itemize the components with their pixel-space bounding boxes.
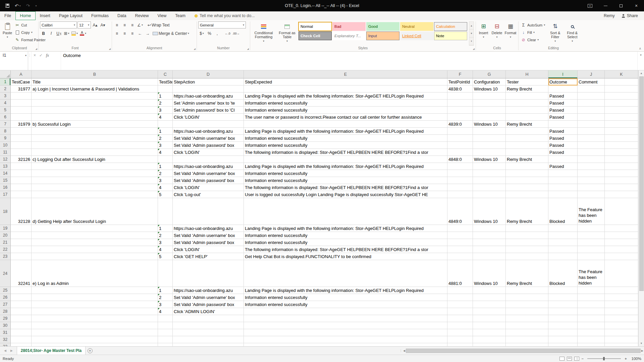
cell-H29[interactable]: [506, 315, 548, 322]
cell-B27[interactable]: [32, 301, 158, 308]
row-header-8[interactable]: 8: [0, 128, 11, 135]
decrease-indent-button[interactable]: ←: [137, 30, 144, 37]
cell-C32[interactable]: [158, 336, 173, 343]
top-align-button[interactable]: ≡: [113, 21, 120, 28]
clear-button[interactable]: ⊘Clear▾: [520, 36, 546, 43]
row-header-7[interactable]: 7: [0, 121, 11, 128]
cell-F13[interactable]: [447, 163, 473, 170]
cell-E15[interactable]: Information entered successfully: [244, 177, 447, 184]
customize-qat-button[interactable]: ▾: [35, 4, 37, 7]
cell-E21[interactable]: Information entered successfully: [244, 239, 447, 246]
cell-H31[interactable]: [506, 329, 548, 336]
cell-G24[interactable]: Windows 10: [473, 260, 506, 287]
cell-D33[interactable]: [173, 343, 244, 346]
cell-I22[interactable]: [548, 246, 578, 253]
cell-G11[interactable]: [473, 149, 506, 156]
zoom-in-button[interactable]: +: [625, 357, 627, 361]
cell-K10[interactable]: [605, 142, 638, 149]
save-icon[interactable]: [5, 4, 9, 8]
cell-style-neutral[interactable]: Neutral: [400, 22, 433, 31]
cell-B15[interactable]: [32, 177, 158, 184]
font-size-combo[interactable]: 12▾: [77, 21, 91, 28]
cell-C1[interactable]: TestStep: [158, 78, 173, 85]
cell-B13[interactable]: [32, 163, 158, 170]
row-header-21[interactable]: 21: [0, 239, 11, 246]
cell-K4[interactable]: [605, 100, 638, 107]
row-header-23[interactable]: 23: [0, 253, 11, 260]
cell-D3[interactable]: https://sao-uat-onboarding.azu: [173, 93, 244, 100]
tab-view[interactable]: View: [153, 11, 171, 20]
borders-button[interactable]: ⊞▾: [63, 30, 70, 37]
cell-J24[interactable]: The Feature has been hidden: [578, 260, 605, 287]
cell-F1[interactable]: TestPointId: [447, 78, 473, 85]
format-cells-button[interactable]: ▦Format▾: [504, 21, 517, 46]
cell-K16[interactable]: [605, 184, 638, 191]
row-header-2[interactable]: 2: [0, 85, 11, 93]
cell-E7[interactable]: [244, 121, 447, 128]
font-color-button[interactable]: A▾: [79, 30, 87, 37]
horizontal-scrollbar[interactable]: ◀ ▶: [402, 347, 644, 355]
cell-F11[interactable]: [447, 149, 473, 156]
cell-J29[interactable]: [578, 315, 605, 322]
insert-function-icon[interactable]: fx: [46, 53, 49, 58]
cell-I19[interactable]: [548, 225, 578, 232]
cell-K13[interactable]: [605, 163, 638, 170]
cell-C12[interactable]: [158, 156, 173, 163]
cell-E9[interactable]: Information entered successfully: [244, 135, 447, 142]
cell-A2[interactable]: 31977: [11, 85, 32, 93]
align-left-button[interactable]: ≡: [113, 30, 120, 37]
gallery-scroll-up[interactable]: ▲: [469, 22, 474, 29]
cell-G3[interactable]: [473, 93, 506, 100]
vertical-scrollbar[interactable]: ▲ ▼: [638, 70, 644, 346]
ribbon-display-options-button[interactable]: ∧: [582, 0, 598, 11]
row-header-16[interactable]: 16: [0, 184, 11, 191]
cell-B4[interactable]: [32, 100, 158, 107]
cell-J20[interactable]: [578, 232, 605, 239]
cell-D9[interactable]: Set Valid 'Admin username' box: [173, 135, 244, 142]
cell-F17[interactable]: [447, 191, 473, 198]
underline-button[interactable]: U▾: [55, 30, 62, 37]
cell-C8[interactable]: 1: [158, 128, 173, 135]
cell-C31[interactable]: [158, 329, 173, 336]
cell-A13[interactable]: [11, 163, 32, 170]
cell-F3[interactable]: [447, 93, 473, 100]
cell-B2[interactable]: a) Login | Incorrect Username & Password…: [32, 85, 158, 93]
row-header-30[interactable]: 30: [0, 322, 11, 329]
cell-F22[interactable]: [447, 246, 473, 253]
cell-F16[interactable]: [447, 184, 473, 191]
cell-D16[interactable]: Click 'LOGIN': [173, 184, 244, 191]
cell-A19[interactable]: [11, 225, 32, 232]
cell-K23[interactable]: [605, 253, 638, 260]
cell-F12[interactable]: 4848:0: [447, 156, 473, 163]
cell-B1[interactable]: Title: [32, 78, 158, 85]
cell-F5[interactable]: [447, 107, 473, 114]
cell-G16[interactable]: [473, 184, 506, 191]
cell-C14[interactable]: 2: [158, 170, 173, 177]
cell-J15[interactable]: [578, 177, 605, 184]
autosum-button[interactable]: ΣAutoSum▾: [520, 21, 546, 28]
cell-F19[interactable]: [447, 225, 473, 232]
row-header-32[interactable]: 32: [0, 336, 11, 343]
center-button[interactable]: ≡: [121, 30, 128, 37]
cell-B11[interactable]: [32, 149, 158, 156]
cell-E16[interactable]: The following information is displayed: …: [244, 184, 447, 191]
cell-I24[interactable]: Blocked: [548, 260, 578, 287]
cell-E26[interactable]: Information entered successfully: [244, 294, 447, 301]
cell-B32[interactable]: [32, 336, 158, 343]
cell-H33[interactable]: [506, 343, 548, 346]
cell-E33[interactable]: [244, 343, 447, 346]
cell-I12[interactable]: [548, 156, 578, 163]
cell-I28[interactable]: [548, 308, 578, 315]
cell-K6[interactable]: [605, 114, 638, 121]
cell-I3[interactable]: Passed: [548, 93, 578, 100]
comma-style-button[interactable]: ,: [214, 30, 221, 37]
cell-G29[interactable]: [473, 315, 506, 322]
cell-D22[interactable]: Click 'LOGIN': [173, 246, 244, 253]
row-header-1[interactable]: 1: [0, 78, 11, 85]
cell-J8[interactable]: [578, 128, 605, 135]
cell-I32[interactable]: [548, 336, 578, 343]
cell-F33[interactable]: [447, 343, 473, 346]
cell-F31[interactable]: [447, 329, 473, 336]
cancel-icon[interactable]: ×: [34, 53, 36, 58]
cell-E11[interactable]: The following information is displayed: …: [244, 149, 447, 156]
